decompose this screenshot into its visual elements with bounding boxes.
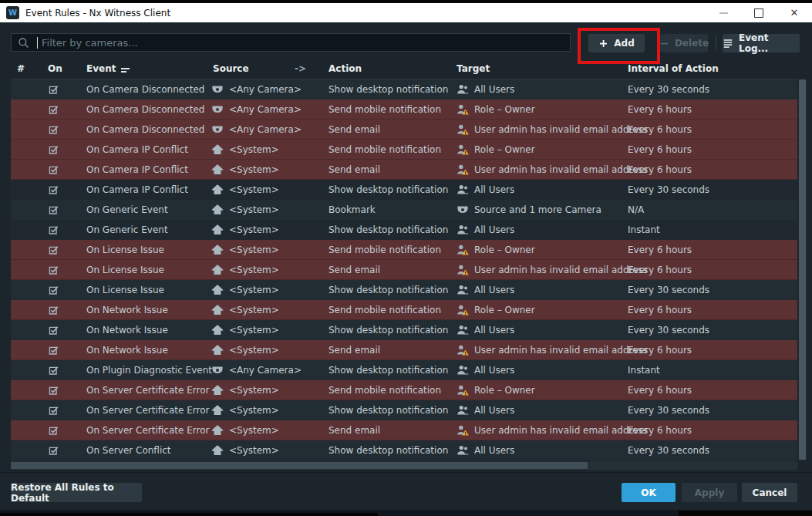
rule-number	[17, 260, 40, 280]
header-arrow: ->	[295, 63, 306, 74]
rule-enabled-checkbox[interactable]	[48, 440, 71, 460]
vertical-scrollbar-thumb[interactable]	[799, 79, 806, 460]
rule-enabled-checkbox[interactable]	[48, 260, 71, 280]
checkbox-checked-icon	[48, 305, 59, 316]
rule-enabled-checkbox[interactable]	[48, 420, 71, 440]
checkbox-checked-icon	[48, 265, 59, 276]
table-row[interactable]: On Network Issue <System> Send mobile no…	[11, 300, 797, 320]
interval-cell: Every 30 seconds	[628, 79, 793, 99]
rule-enabled-checkbox[interactable]	[48, 320, 71, 340]
camera-filter-search[interactable]	[11, 33, 571, 52]
rule-enabled-checkbox[interactable]	[48, 200, 71, 220]
table-row[interactable]: On Generic Event <System> Bookmark Sourc…	[11, 200, 797, 220]
table-row[interactable]: On Camera IP Conflict <System> Send mobi…	[11, 140, 797, 160]
event-cell: On Generic Event	[86, 200, 210, 220]
rule-enabled-checkbox[interactable]	[48, 380, 71, 400]
table-row[interactable]: On Camera IP Conflict <System> Show desk…	[11, 180, 797, 200]
source-cell: <System>	[211, 160, 300, 180]
header-source[interactable]: Source	[213, 63, 249, 74]
event-cell: On Camera Disconnected	[86, 120, 210, 140]
table-header: # On Event Source -> Action Target Inter…	[0, 60, 812, 79]
target-cell: All Users	[457, 360, 626, 380]
rule-enabled-checkbox[interactable]	[48, 180, 71, 200]
rule-enabled-checkbox[interactable]	[48, 99, 71, 120]
add-rule-button[interactable]: Add	[588, 34, 645, 52]
apply-button[interactable]: Apply	[682, 483, 737, 502]
close-button[interactable]: ✕	[777, 3, 812, 22]
source-cell: <Any Camera>	[211, 120, 300, 140]
add-button-label: Add	[614, 38, 634, 49]
table-row[interactable]: On Network Issue <System> Send email Use…	[11, 340, 797, 360]
checkbox-checked-icon	[48, 124, 59, 136]
table-row[interactable]: On Camera IP Conflict <System> Send emai…	[11, 160, 797, 180]
header-on[interactable]: On	[48, 63, 62, 74]
event-cell: On Camera IP Conflict	[86, 160, 210, 180]
table-row[interactable]: On Server Certificate Error <System> Sho…	[11, 400, 797, 420]
rule-enabled-checkbox[interactable]	[48, 400, 71, 420]
restore-defaults-button[interactable]: Restore All Rules to Default	[11, 483, 142, 502]
source-cell: <Any Camera>	[211, 99, 300, 120]
maximize-button[interactable]	[741, 3, 777, 22]
horizontal-scrollbar-thumb[interactable]	[11, 462, 588, 469]
minimize-button[interactable]	[706, 3, 741, 22]
event-cell: On Camera IP Conflict	[86, 140, 210, 160]
table-row[interactable]: On Plugin Diagnostic Event <Any Camera> …	[11, 360, 797, 380]
footer-divider	[0, 472, 812, 473]
table-row[interactable]: On License Issue <System> Send email Use…	[11, 260, 797, 280]
ok-button[interactable]: OK	[622, 483, 676, 502]
rule-enabled-checkbox[interactable]	[48, 140, 71, 160]
rule-enabled-checkbox[interactable]	[48, 240, 71, 260]
table-row[interactable]: On Camera Disconnected <Any Camera> Show…	[11, 79, 797, 99]
delete-button-label: Delete	[675, 38, 709, 49]
plus-icon	[598, 39, 608, 49]
rule-number	[17, 160, 40, 180]
checkbox-checked-icon	[48, 285, 59, 296]
table-row[interactable]: On Server Certificate Error <System> Sen…	[11, 380, 797, 400]
window-title: Event Rules - Nx Witness Client	[25, 8, 170, 19]
rule-enabled-checkbox[interactable]	[48, 300, 71, 320]
table-row[interactable]: On Camera Disconnected <Any Camera> Send…	[11, 99, 797, 120]
table-row[interactable]: On Server Certificate Error <System> Sen…	[11, 420, 797, 440]
system-icon	[211, 224, 224, 236]
target-cell: All Users	[457, 280, 626, 300]
table-row[interactable]: On Server Conflict <System> Show desktop…	[11, 440, 797, 460]
rule-enabled-checkbox[interactable]	[48, 360, 71, 380]
rule-number	[17, 320, 40, 340]
checkbox-checked-icon	[48, 365, 59, 376]
action-cell: Show desktop notification	[329, 320, 456, 340]
source-cell: <System>	[211, 220, 300, 240]
restore-button-label: Restore All Rules to Default	[11, 482, 142, 504]
source-cell: <System>	[211, 300, 300, 320]
checkbox-checked-icon	[48, 245, 59, 256]
table-row[interactable]: On License Issue <System> Show desktop n…	[11, 280, 797, 300]
source-cell: <System>	[211, 400, 300, 420]
rule-enabled-checkbox[interactable]	[48, 120, 71, 140]
checkbox-checked-icon	[48, 204, 59, 216]
cancel-button[interactable]: Cancel	[742, 483, 797, 502]
table-row[interactable]: On License Issue <System> Send mobile no…	[11, 240, 797, 260]
header-action[interactable]: Action	[329, 63, 362, 74]
event-cell: On Network Issue	[86, 340, 210, 360]
header-event[interactable]: Event	[86, 63, 130, 74]
rule-number	[17, 220, 40, 240]
header-interval[interactable]: Interval of Action	[628, 63, 719, 74]
user-warning-icon	[457, 244, 469, 256]
header-target[interactable]: Target	[457, 63, 490, 74]
interval-cell: Every 6 hours	[628, 99, 793, 120]
table-row[interactable]: On Camera Disconnected <Any Camera> Send…	[11, 120, 797, 140]
delete-rule-button[interactable]: Delete	[660, 34, 708, 52]
table-row[interactable]: On Generic Event <System> Show desktop n…	[11, 220, 797, 240]
rule-enabled-checkbox[interactable]	[48, 220, 71, 240]
rule-enabled-checkbox[interactable]	[48, 280, 71, 300]
event-log-button[interactable]: Event Log...	[723, 34, 800, 52]
rule-enabled-checkbox[interactable]	[48, 340, 71, 360]
user-warning-icon	[457, 143, 469, 156]
table-row[interactable]: On Network Issue <System> Show desktop n…	[11, 320, 797, 340]
rule-enabled-checkbox[interactable]	[48, 79, 71, 99]
action-cell: Send email	[329, 160, 456, 180]
target-cell: User admin has invalid email address	[457, 420, 626, 440]
search-input[interactable]	[40, 36, 570, 49]
rule-enabled-checkbox[interactable]	[48, 160, 71, 180]
header-number[interactable]: #	[17, 63, 25, 74]
users-icon	[457, 324, 469, 336]
